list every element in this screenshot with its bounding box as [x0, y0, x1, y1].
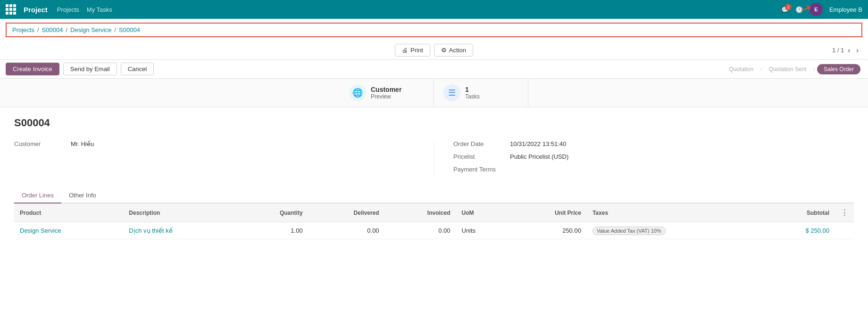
cell-taxes: Value Added Tax (VAT) 10%	[587, 222, 762, 239]
cell-quantity: 1.00	[237, 222, 309, 239]
tab-order-lines[interactable]: Order Lines	[14, 188, 61, 203]
pricelist-value: Public Pricelist (USD)	[510, 153, 568, 160]
main-content: S00004 Customer Mr. Hiếu Order Date 10/3…	[0, 107, 868, 249]
cell-product[interactable]: Design Service	[14, 222, 123, 239]
col-header-product: Product	[14, 203, 123, 222]
breadcrumb-projects[interactable]: Projects	[12, 26, 34, 33]
payment-terms-field: Payment Terms	[453, 166, 854, 173]
status-quotation-sent[interactable]: Quotation Sent	[764, 64, 811, 74]
customer-field: Customer Mr. Hiếu	[14, 140, 415, 147]
cell-delivered: 0.00	[309, 222, 385, 239]
send-by-email-button[interactable]: Send by Email	[63, 63, 117, 75]
table-menu-icon[interactable]: ⋮	[841, 209, 848, 217]
cell-description[interactable]: Dịch vụ thiết kế	[123, 222, 237, 239]
order-title: S00004	[14, 117, 854, 129]
cell-subtotal: $ 250.00	[762, 222, 835, 239]
cell-uom: Units	[456, 222, 509, 239]
form-right: Order Date 10/31/2022 13:51:40 Pricelist…	[434, 140, 854, 179]
cancel-button[interactable]: Cancel	[121, 63, 154, 75]
action-button[interactable]: ⚙ Action	[434, 44, 473, 57]
cell-unit-price: 250.00	[509, 222, 587, 239]
col-header-quantity: Quantity	[237, 203, 309, 222]
page-nav: ‹ ›	[846, 45, 860, 56]
nav-my-tasks[interactable]: My Tasks	[87, 6, 112, 13]
tasks-icon: ☰	[443, 84, 460, 101]
status-trail: Quotation › Quotation Sent › Sales Order	[724, 64, 860, 74]
pricelist-field: Pricelist Public Pricelist (USD)	[453, 153, 854, 160]
gear-icon: ⚙	[441, 47, 447, 54]
create-invoice-button[interactable]: Create Invoice	[6, 63, 59, 75]
col-header-delivered: Delivered	[309, 203, 385, 222]
order-tabs: Order Lines Other Info	[14, 188, 854, 203]
breadcrumb-s00004-last[interactable]: S00004	[119, 26, 140, 33]
smart-btn-customer-preview[interactable]: 🌐 Customer Preview	[340, 79, 434, 107]
chat-icon-btn[interactable]: 💬 2	[781, 6, 789, 13]
page-counter: 1 / 1 ‹ ›	[832, 45, 860, 56]
action-bar: Create Invoice Send by Email Cancel Quot…	[0, 59, 868, 79]
clock-icon-btn[interactable]: 🕐	[795, 6, 803, 13]
nav-projects[interactable]: Projects	[57, 6, 79, 13]
grid-menu-button[interactable]	[6, 4, 16, 15]
top-nav-right: 💬 2 🕐 E Employee B	[781, 3, 862, 16]
chat-badge: 2	[785, 4, 792, 10]
order-lines-table: Product Description Quantity Delivered I…	[14, 203, 854, 239]
employee-name[interactable]: Employee B	[829, 6, 862, 13]
print-icon: 🖨	[402, 47, 408, 54]
customer-value: Mr. Hiếu	[71, 140, 94, 147]
order-date-field: Order Date 10/31/2022 13:51:40	[453, 140, 854, 147]
breadcrumb-s00004-first[interactable]: S00004	[42, 26, 63, 33]
status-quotation[interactable]: Quotation	[724, 64, 758, 74]
print-button[interactable]: 🖨 Print	[395, 44, 430, 57]
order-form: Customer Mr. Hiếu Order Date 10/31/2022 …	[14, 140, 854, 179]
col-header-unit-price: Unit Price	[509, 203, 587, 222]
status-sales-order[interactable]: Sales Order	[817, 64, 860, 74]
user-avatar[interactable]: E	[810, 3, 823, 16]
order-date-value: 10/31/2022 13:51:40	[510, 140, 566, 147]
app-name: Project	[24, 6, 48, 14]
col-header-invoiced: Invoiced	[385, 203, 456, 222]
prev-page-button[interactable]: ‹	[846, 45, 852, 56]
smart-buttons: 🌐 Customer Preview ☰ 1 Tasks	[0, 79, 868, 107]
table-row: Design Service Dịch vụ thiết kế 1.00 0.0…	[14, 222, 854, 239]
smart-btn-tasks[interactable]: ☰ 1 Tasks	[434, 79, 528, 107]
vat-badge: Value Added Tax (VAT) 10%	[593, 227, 666, 235]
form-left: Customer Mr. Hiếu	[14, 140, 434, 179]
cell-row-menu	[835, 222, 854, 239]
globe-icon: 🌐	[349, 84, 366, 101]
tab-other-info[interactable]: Other Info	[61, 188, 104, 203]
breadcrumb: Projects / S00004 / Design Service / S00…	[6, 23, 862, 37]
toolbar-row: 🖨 Print ⚙ Action 1 / 1 ‹ ›	[0, 41, 868, 59]
col-header-description: Description	[123, 203, 237, 222]
next-page-button[interactable]: ›	[854, 45, 860, 56]
col-header-uom: UoM	[456, 203, 509, 222]
cell-invoiced: 0.00	[385, 222, 456, 239]
breadcrumb-design-service[interactable]: Design Service	[70, 26, 111, 33]
col-header-taxes: Taxes	[587, 203, 762, 222]
col-header-menu: ⋮	[835, 203, 854, 222]
top-nav: Project Projects My Tasks 💬 2 🕐 E Employ…	[0, 0, 868, 19]
col-header-subtotal: Subtotal	[762, 203, 835, 222]
